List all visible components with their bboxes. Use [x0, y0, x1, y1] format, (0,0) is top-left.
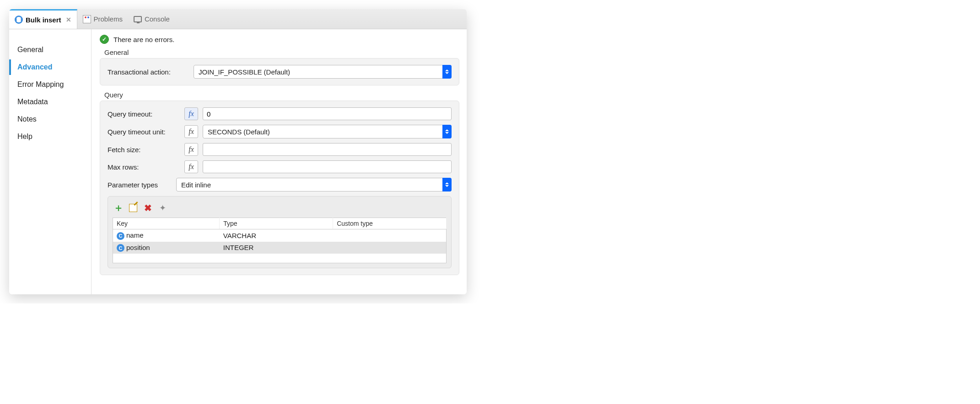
sidebar-item-help[interactable]: Help — [9, 129, 91, 144]
timeout-unit-select[interactable]: SECONDS (Default) — [203, 125, 452, 138]
status-text: There are no errors. — [113, 36, 174, 43]
main-panel: ✓ There are no errors. General Transacti… — [92, 29, 467, 294]
delete-button[interactable]: ✖ — [143, 203, 153, 213]
param-table: Key Type Custom type Cname VARCHAR — [113, 218, 447, 263]
query-timeout-input[interactable] — [203, 107, 452, 120]
cell-key: name — [126, 231, 144, 239]
param-types-select[interactable]: Edit inline — [176, 178, 452, 191]
max-rows-label: Max rows: — [108, 163, 180, 171]
section-query: Query timeout: fx Query timeout unit: fx… — [100, 101, 459, 275]
tools-button[interactable]: ✦ — [157, 203, 167, 213]
section-general: Transactional action: JOIN_IF_POSSIBLE (… — [100, 58, 459, 85]
tab-label: Problems — [94, 15, 123, 23]
param-toolbar: ＋ ✖ ✦ — [113, 201, 447, 218]
cell-type: INTEGER — [220, 242, 333, 254]
timeout-unit-value[interactable]: SECONDS (Default) — [203, 125, 452, 138]
chevron-updown-icon — [442, 178, 452, 191]
sidebar-item-advanced[interactable]: Advanced — [9, 59, 91, 75]
trans-action-label: Transactional action: — [108, 68, 180, 76]
col-key[interactable]: Key — [113, 218, 220, 229]
param-types-label: Parameter types — [108, 181, 172, 189]
fetch-size-input[interactable] — [203, 143, 452, 156]
status-bar: ✓ There are no errors. — [100, 35, 459, 44]
column-icon: C — [117, 244, 124, 252]
query-timeout-unit-label: Query timeout unit: — [108, 128, 180, 136]
section-title-query: Query — [104, 91, 459, 99]
col-type[interactable]: Type — [220, 218, 333, 229]
fx-button-timeout[interactable]: fx — [184, 107, 198, 120]
trans-action-select[interactable]: JOIN_IF_POSSIBLE (Default) — [194, 65, 452, 79]
table-row[interactable]: Cposition INTEGER — [113, 242, 447, 254]
tab-label: Console — [145, 15, 170, 23]
cell-custom — [333, 242, 447, 254]
config-window: Bulk insert ✕ Problems Console General A… — [9, 9, 467, 294]
tab-bulk-insert[interactable]: Bulk insert ✕ — [9, 9, 77, 29]
column-icon: C — [117, 232, 124, 240]
body: General Advanced Error Mapping Metadata … — [9, 29, 467, 294]
fx-button-maxrows[interactable]: fx — [184, 160, 198, 173]
cell-type: VARCHAR — [220, 229, 333, 242]
table-row[interactable]: Cname VARCHAR — [113, 229, 447, 242]
col-custom[interactable]: Custom type — [333, 218, 447, 229]
cell-key: position — [126, 244, 150, 251]
edit-button[interactable] — [128, 203, 138, 213]
section-title-general: General — [104, 48, 459, 56]
fx-button-timeout-unit[interactable]: fx — [184, 125, 198, 138]
tab-console[interactable]: Console — [128, 9, 175, 29]
sidebar: General Advanced Error Mapping Metadata … — [9, 29, 92, 294]
chevron-updown-icon — [442, 125, 452, 138]
add-button[interactable]: ＋ — [113, 203, 124, 213]
max-rows-input[interactable] — [203, 160, 452, 173]
sidebar-item-notes[interactable]: Notes — [9, 112, 91, 127]
param-types-value[interactable]: Edit inline — [176, 178, 452, 191]
database-icon — [15, 16, 23, 24]
sidebar-item-metadata[interactable]: Metadata — [9, 94, 91, 110]
fx-button-fetch[interactable]: fx — [184, 143, 198, 156]
trans-action-value[interactable]: JOIN_IF_POSSIBLE (Default) — [194, 65, 452, 79]
chevron-updown-icon — [442, 65, 452, 79]
query-timeout-label: Query timeout: — [108, 110, 180, 118]
console-icon — [134, 16, 142, 22]
table-row-empty — [113, 254, 447, 263]
fetch-size-label: Fetch size: — [108, 146, 180, 154]
edit-icon — [129, 204, 137, 212]
tab-problems[interactable]: Problems — [77, 9, 128, 29]
sidebar-item-general[interactable]: General — [9, 42, 91, 58]
param-types-panel: ＋ ✖ ✦ Key Type Custom type — [108, 196, 452, 268]
problems-icon — [83, 15, 91, 23]
tab-label: Bulk insert — [26, 16, 61, 24]
sidebar-item-error-mapping[interactable]: Error Mapping — [9, 77, 91, 92]
cell-custom — [333, 229, 447, 242]
check-icon: ✓ — [100, 35, 109, 44]
table-header-row: Key Type Custom type — [113, 218, 447, 229]
tabbar: Bulk insert ✕ Problems Console — [9, 9, 467, 29]
close-icon[interactable]: ✕ — [66, 16, 71, 23]
